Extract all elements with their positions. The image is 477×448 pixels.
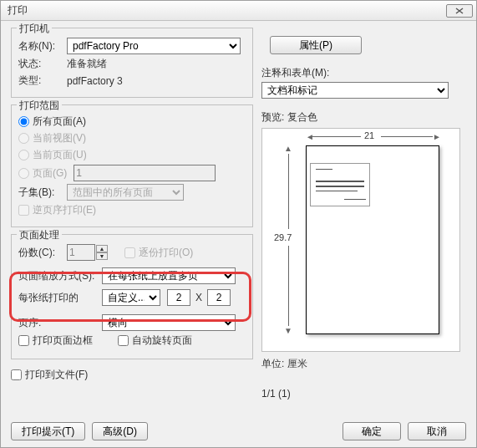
printer-status-value: 准备就绪: [67, 57, 107, 71]
range-pages-radio: 页面(G): [18, 166, 67, 181]
perpage-cols-input[interactable]: [207, 289, 231, 306]
printer-name-label: 名称(N):: [18, 39, 67, 53]
printer-name-select[interactable]: pdfFactory Pro: [67, 38, 241, 54]
preview-width: 21: [364, 130, 374, 140]
print-dialog: 打印 打印机 名称(N): pdfFactory Pro 状态: 准备就绪: [0, 0, 477, 448]
subset-select: 范围中的所有页面: [67, 184, 184, 201]
comments-label: 注释和表单(M):: [261, 66, 460, 80]
order-select[interactable]: 横向: [102, 314, 236, 331]
range-view-radio: 当前视图(V): [18, 131, 86, 145]
close-icon: [455, 8, 464, 14]
perpage-select[interactable]: 自定义...: [102, 289, 160, 306]
printer-type-label: 类型:: [18, 74, 67, 88]
titlebar: 打印: [1, 1, 476, 21]
printer-type-value: pdfFactory 3: [67, 75, 123, 87]
range-pages-input: [74, 165, 216, 181]
scaling-select[interactable]: 在每张纸上放置多页: [102, 267, 236, 284]
preview-thumbnail: [310, 163, 370, 206]
autorotate-check[interactable]: 自动旋转页面: [118, 333, 192, 348]
preview-height: 29.7: [274, 232, 292, 242]
footer: 打印提示(T) 高级(D) 确定 取消: [11, 422, 466, 440]
order-label: 页序:: [18, 316, 60, 330]
advanced-button[interactable]: 高级(D): [92, 422, 148, 440]
preview-page: [306, 145, 439, 334]
perpage-x-label: X: [195, 292, 202, 303]
range-all-radio[interactable]: 所有页面(A): [18, 115, 86, 129]
window-title: 打印: [4, 3, 28, 18]
cancel-button[interactable]: 取消: [408, 422, 466, 440]
copies-label: 份数(C):: [18, 246, 60, 260]
print-range-group: 打印范围 所有页面(A) 当前视图(V) 当前页面(U) 页面(G) 子集(B)…: [11, 104, 253, 227]
perpage-rows-input[interactable]: [167, 289, 190, 306]
print-to-file-check[interactable]: 打印到文件(F): [11, 368, 88, 382]
borders-check[interactable]: 打印页面边框: [18, 333, 93, 348]
range-current-radio: 当前页面(U): [18, 148, 87, 162]
unit-label: 单位: 厘米: [261, 357, 460, 371]
print-tips-button[interactable]: 打印提示(T): [11, 422, 85, 440]
reverse-check: 逆页序打印(E): [18, 203, 96, 217]
page-indicator: 1/1 (1): [261, 388, 460, 400]
perpage-label: 每张纸打印的: [18, 291, 85, 305]
preview-box: ◄ 21 ► ▲ 29.7 ▼: [261, 128, 460, 352]
collate-check: 逐份打印(O): [124, 246, 193, 260]
close-button[interactable]: [446, 4, 473, 18]
ok-button[interactable]: 确定: [343, 422, 401, 440]
comments-select[interactable]: 文档和标记: [261, 82, 449, 99]
scaling-label: 页面缩放方式(S):: [18, 269, 102, 283]
copies-spinner: ▲▼: [96, 245, 108, 260]
copies-input: [67, 244, 95, 261]
page-handling-label: 页面处理: [17, 228, 62, 242]
printer-group-label: 打印机: [17, 22, 52, 36]
printer-status-label: 状态:: [18, 57, 67, 71]
page-handling-group: 页面处理 份数(C): ▲▼ 逐份打印(O) 页面缩放方式(S): 在每张纸上放…: [11, 234, 253, 359]
properties-button[interactable]: 属性(P): [270, 36, 362, 54]
printer-group: 打印机 名称(N): pdfFactory Pro 状态: 准备就绪 类型: p…: [11, 28, 253, 98]
print-range-label: 打印范围: [17, 99, 62, 113]
subset-label: 子集(B):: [18, 186, 60, 200]
preview-label: 预览: 复合色: [261, 110, 460, 125]
